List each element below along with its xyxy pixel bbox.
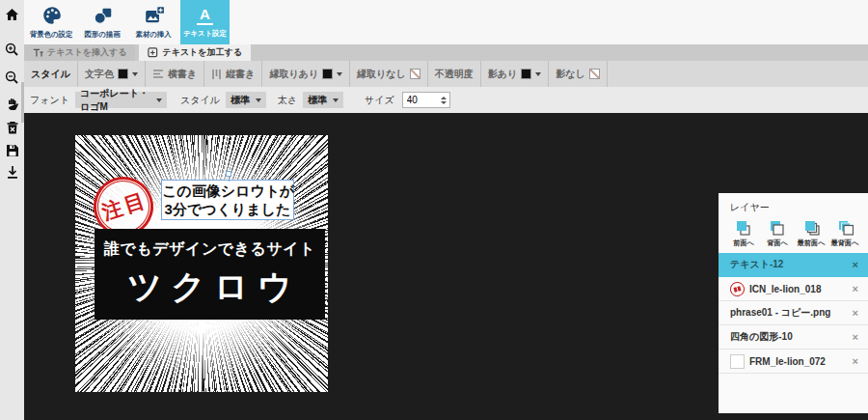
font-style-select[interactable]: 標準: [226, 92, 266, 108]
zoom-in-icon[interactable]: [0, 40, 24, 59]
send-backward-icon: [769, 220, 785, 236]
banner-line2: ツクロウ: [95, 265, 325, 310]
layer-row-text-12[interactable]: テキスト-12 ×: [719, 253, 868, 277]
shadow-on-label: 影あり: [488, 68, 517, 81]
opacity-label: 不透明度: [435, 68, 474, 81]
close-icon[interactable]: ×: [852, 331, 859, 343]
shapes-icon: [93, 5, 114, 26]
stamp-thumbnail-icon: [728, 280, 746, 297]
text-settings-button[interactable]: A テキスト設定: [180, 0, 230, 44]
layer-name: 四角の図形-10: [730, 330, 793, 344]
action-label: 背面へ: [767, 238, 788, 248]
font-style-value: 標準: [231, 94, 250, 107]
rail-scrollbar-thumb[interactable]: [21, 82, 24, 123]
layer-row-rect-shape[interactable]: 四角の図形-10 ×: [719, 325, 868, 350]
outline-off-label: 縁取りなし: [357, 68, 406, 81]
tab-insert-text[interactable]: テキストを挿入する: [24, 44, 135, 61]
style-label: スタイル: [31, 68, 70, 81]
layer-actions: 前面へ 背面へ 最前面へ 最背面へ: [719, 216, 868, 253]
close-icon[interactable]: ×: [852, 307, 859, 319]
spin-up-icon[interactable]: [441, 97, 447, 99]
insert-text-icon: [33, 47, 43, 58]
banner-line1: 誰でもデザインできるサイト: [95, 239, 325, 260]
layer-name: phrase01 - コピー.png: [730, 306, 830, 320]
bring-forward-button[interactable]: 前面へ: [726, 220, 760, 248]
horizontal-lines-icon: [152, 69, 164, 79]
tab-label: テキストを挿入する: [47, 46, 126, 59]
selected-text-box[interactable]: この画像シロウトが 3分でつくりました: [161, 180, 294, 220]
no-shadow-swatch: [589, 69, 600, 79]
send-to-back-button[interactable]: 最背面へ: [828, 220, 862, 248]
font-style-label: スタイル: [180, 94, 220, 107]
outline-color-swatch: [322, 69, 333, 79]
tool-label: テキスト設定: [183, 28, 227, 38]
insert-material-button[interactable]: 素材の挿入: [129, 0, 178, 44]
shadow-off-button[interactable]: 影なし: [549, 61, 607, 87]
left-tool-rail: [0, 0, 24, 420]
send-backward-button[interactable]: 背面へ: [760, 220, 794, 248]
text-color-swatch: [118, 69, 128, 79]
action-label: 最前面へ: [798, 238, 826, 248]
close-icon[interactable]: ×: [852, 283, 859, 294]
layers-panel-title: レイヤー: [719, 193, 868, 216]
draw-shapes-button[interactable]: 図形の描画: [78, 0, 127, 44]
text-color-button[interactable]: 文字色: [78, 61, 146, 87]
outline-on-button[interactable]: 縁取りあり: [262, 61, 350, 87]
horizontal-writing-button[interactable]: 横書き: [146, 61, 204, 87]
outline-on-label: 縁取りあり: [269, 68, 318, 81]
bring-to-front-icon: [803, 220, 820, 236]
layers-panel: レイヤー 前面へ 背面へ 最前面へ 最背面へ テキスト-12: [719, 193, 868, 413]
main-tool-row: 背景色の設定 図形の描画 素材の挿入 A テキスト設定: [24, 0, 868, 44]
text-style-row: スタイル 文字色 横書き 縦書き 縁取りあり 縁取りなし: [24, 61, 868, 87]
text-tab-row: テキストを挿入する テキストを加工する: [24, 44, 868, 61]
vertical-writing-button[interactable]: 縦書き: [204, 61, 262, 87]
top-toolbar: 背景色の設定 図形の描画 素材の挿入 A テキスト設定 テキストを挿入する: [24, 0, 868, 113]
home-icon[interactable]: [0, 5, 24, 24]
chevron-down-icon: [132, 72, 138, 76]
black-banner[interactable]: 誰でもデザインできるサイト ツクロウ: [95, 229, 325, 320]
spin-down-icon[interactable]: [441, 101, 447, 104]
save-icon[interactable]: [0, 141, 24, 160]
font-weight-select[interactable]: 標準: [303, 92, 343, 108]
font-size-field: [402, 92, 450, 108]
chevron-down-icon: [337, 72, 342, 76]
download-icon[interactable]: [0, 162, 24, 182]
action-label: 最背面へ: [831, 238, 859, 248]
no-outline-swatch: [410, 69, 420, 79]
shadow-on-button[interactable]: 影あり: [481, 61, 549, 87]
font-family-value: コーポレート・ロゴM: [80, 87, 151, 114]
selection-handle[interactable]: [226, 171, 231, 177]
font-family-select[interactable]: コーポレート・ロゴM: [75, 92, 167, 108]
bring-to-front-button[interactable]: 最前面へ: [795, 220, 828, 248]
layer-row-frm-le-lion[interactable]: FRM_le-lion_072 ×: [719, 350, 868, 374]
opacity-button[interactable]: 不透明度: [428, 61, 481, 87]
font-weight-value: 標準: [308, 94, 327, 107]
outline-off-button[interactable]: 縁取りなし: [350, 61, 428, 87]
background-color-button[interactable]: 背景色の設定: [27, 0, 76, 44]
tab-edit-text[interactable]: テキストを加工する: [139, 44, 250, 61]
font-settings-row: フォント コーポレート・ロゴM スタイル 標準 太さ 標準 サイズ: [24, 87, 868, 113]
close-icon[interactable]: ×: [852, 355, 859, 367]
close-icon[interactable]: ×: [852, 259, 859, 270]
font-size-stepper[interactable]: [440, 94, 448, 106]
bubble-line2: 3分でつくりました: [162, 200, 293, 219]
chevron-down-icon: [156, 98, 162, 102]
chevron-down-icon: [256, 98, 261, 102]
tool-label: 背景色の設定: [30, 29, 72, 39]
send-to-back-icon: [837, 220, 854, 236]
horizontal-label: 横書き: [168, 68, 197, 81]
shadow-color-swatch: [521, 69, 531, 79]
layer-name: ICN_le-lion_018: [749, 284, 821, 294]
action-label: 前面へ: [733, 238, 754, 248]
canvas-artboard[interactable]: 注目 誰でもデザインできるサイト ツクロウ この画像シロウトが 3分でつくりまし…: [75, 135, 328, 392]
text-settings-icon: A: [197, 7, 213, 25]
layer-row-icn-le-lion[interactable]: ICN_le-lion_018 ×: [719, 277, 868, 301]
style-menu-button[interactable]: スタイル: [24, 61, 78, 87]
layer-row-phrase01[interactable]: phrase01 - コピー.png ×: [719, 301, 868, 325]
bubble-line1: この画像シロウトが: [162, 182, 293, 201]
bring-forward-icon: [735, 220, 751, 236]
chevron-down-icon: [333, 98, 339, 102]
palette-icon: [41, 5, 63, 26]
layer-name: テキスト-12: [730, 258, 783, 271]
tool-label: 素材の挿入: [136, 29, 172, 39]
